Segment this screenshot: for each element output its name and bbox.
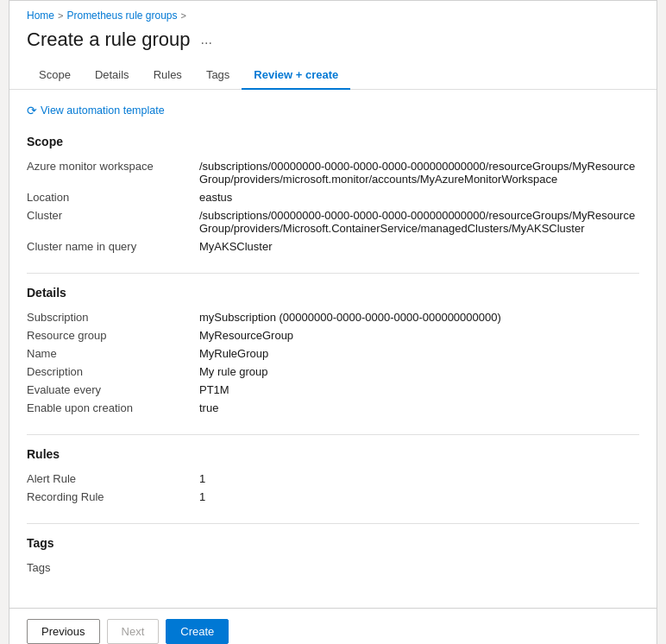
breadcrumb-sep2: > xyxy=(181,10,186,21)
row-value: MyRuleGroup xyxy=(199,344,639,363)
row-label: Evaluate every xyxy=(27,381,199,399)
tags-title: Tags xyxy=(27,536,639,550)
create-button[interactable]: Create xyxy=(166,619,229,644)
main-window: Home > Prometheus rule groups > Create a… xyxy=(9,0,657,644)
row-value: 1 xyxy=(199,488,639,506)
table-row: NameMyRuleGroup xyxy=(27,344,639,363)
row-label: Cluster name in query xyxy=(27,237,199,256)
row-value xyxy=(199,559,639,577)
rules-title: Rules xyxy=(27,447,639,461)
tab-rules[interactable]: Rules xyxy=(141,61,194,90)
footer: Previous Next Create xyxy=(9,608,657,644)
row-value: MyResourceGroup xyxy=(199,326,639,344)
row-label: Enable upon creation xyxy=(27,399,199,417)
row-label: Alert Rule xyxy=(27,470,199,488)
row-label: Description xyxy=(27,363,199,381)
row-value: mySubscription (00000000-0000-0000-0000-… xyxy=(199,308,639,326)
row-label: Tags xyxy=(27,559,199,577)
table-row: DescriptionMy rule group xyxy=(27,363,639,381)
row-value: 1 xyxy=(199,470,639,488)
details-section: Details SubscriptionmySubscription (0000… xyxy=(27,286,639,417)
view-automation-link[interactable]: ⟳ View automation template xyxy=(27,104,639,117)
row-label: Cluster xyxy=(27,206,199,237)
divider-1 xyxy=(27,273,639,274)
tags-table: Tags xyxy=(27,559,639,577)
content-area: ⟳ View automation template Scope Azure m… xyxy=(9,90,657,608)
rules-table: Alert Rule1Recording Rule1 xyxy=(27,470,639,506)
previous-button[interactable]: Previous xyxy=(27,619,100,644)
breadcrumb-prometheus[interactable]: Prometheus rule groups xyxy=(66,9,177,22)
table-row: Azure monitor workspace/subscriptions/00… xyxy=(27,157,639,188)
breadcrumb-home[interactable]: Home xyxy=(27,9,54,22)
rules-section: Rules Alert Rule1Recording Rule1 xyxy=(27,447,639,506)
scope-section: Scope Azure monitor workspace/subscripti… xyxy=(27,135,639,256)
row-label: Recording Rule xyxy=(27,488,199,506)
row-label: Subscription xyxy=(27,308,199,326)
tab-details[interactable]: Details xyxy=(83,61,141,90)
details-table: SubscriptionmySubscription (00000000-000… xyxy=(27,308,639,417)
row-label: Resource group xyxy=(27,326,199,344)
table-row: SubscriptionmySubscription (00000000-000… xyxy=(27,308,639,326)
breadcrumb-sep1: > xyxy=(58,10,63,21)
row-label: Name xyxy=(27,344,199,363)
row-value: My rule group xyxy=(199,363,639,381)
table-row: Enable upon creationtrue xyxy=(27,399,639,417)
row-label: Azure monitor workspace xyxy=(27,157,199,188)
ellipsis-button[interactable]: ... xyxy=(198,30,216,49)
row-value: eastus xyxy=(199,188,639,206)
row-value: true xyxy=(199,399,639,417)
table-row: Alert Rule1 xyxy=(27,470,639,488)
tabs-bar: Scope Details Rules Tags Review + create xyxy=(9,61,657,90)
table-row: Cluster name in queryMyAKSCluster xyxy=(27,237,639,256)
row-value: PT1M xyxy=(199,381,639,399)
tab-review-create[interactable]: Review + create xyxy=(242,61,350,90)
scope-title: Scope xyxy=(27,135,639,148)
breadcrumb: Home > Prometheus rule groups > xyxy=(9,1,657,25)
table-row: Evaluate everyPT1M xyxy=(27,381,639,399)
scope-table: Azure monitor workspace/subscriptions/00… xyxy=(27,157,639,256)
page-title: Create a rule group xyxy=(27,28,191,51)
next-button: Next xyxy=(107,619,160,644)
details-title: Details xyxy=(27,286,639,300)
table-row: Cluster/subscriptions/00000000-0000-0000… xyxy=(27,206,639,237)
tab-tags[interactable]: Tags xyxy=(194,61,242,90)
table-row: Tags xyxy=(27,559,639,577)
view-automation-label: View automation template xyxy=(41,104,165,117)
table-row: Resource groupMyResourceGroup xyxy=(27,326,639,344)
tags-section: Tags Tags xyxy=(27,536,639,577)
page-header: Create a rule group ... xyxy=(9,25,657,61)
automation-icon: ⟳ xyxy=(27,104,37,117)
row-value: MyAKSCluster xyxy=(199,237,639,256)
table-row: Locationeastus xyxy=(27,188,639,206)
tab-scope[interactable]: Scope xyxy=(27,61,83,90)
table-row: Recording Rule1 xyxy=(27,488,639,506)
row-value: /subscriptions/00000000-0000-0000-0000-0… xyxy=(199,157,639,188)
row-label: Location xyxy=(27,188,199,206)
divider-3 xyxy=(27,523,639,524)
divider-2 xyxy=(27,434,639,435)
row-value: /subscriptions/00000000-0000-0000-0000-0… xyxy=(199,206,639,237)
